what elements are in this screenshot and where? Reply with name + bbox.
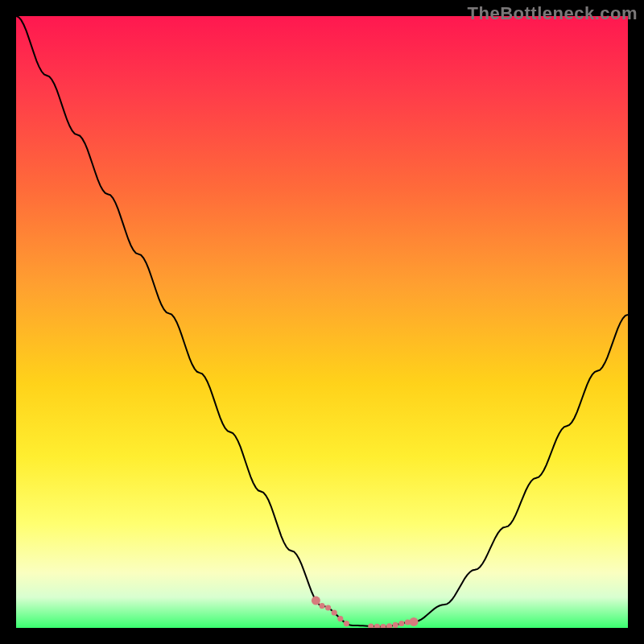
highlight-dot	[386, 623, 392, 628]
highlight-dot	[319, 603, 324, 609]
highlight-dot	[410, 617, 419, 626]
highlight-dot	[337, 616, 343, 621]
highlight-dot	[374, 624, 380, 628]
highlight-dot	[325, 605, 331, 610]
highlight-dots	[16, 16, 628, 628]
highlight-dot	[332, 609, 337, 615]
highlight-dot	[368, 623, 374, 628]
watermark-text: TheBottleneck.com	[468, 3, 638, 24]
chart-area	[16, 16, 628, 628]
highlight-dot	[344, 621, 349, 626]
highlight-dot	[398, 621, 404, 626]
highlight-dot	[380, 624, 386, 628]
highlight-dot	[312, 597, 320, 605]
highlight-dot	[393, 622, 398, 628]
